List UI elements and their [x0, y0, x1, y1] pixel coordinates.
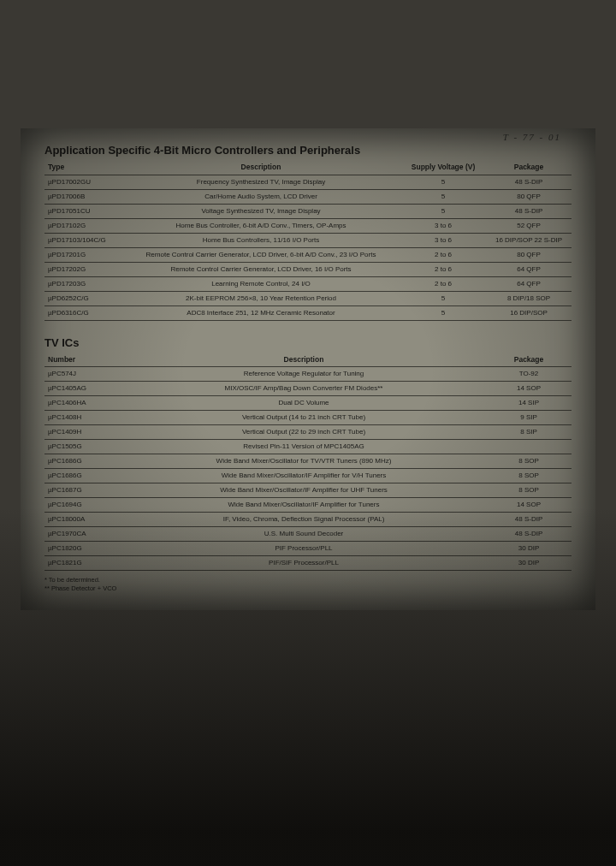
cell-pkg: 80 QFP	[486, 189, 572, 204]
cell-desc: Wide Band Mixer/Oscillator/IF Amplifier …	[121, 498, 486, 513]
table-row: µPC1820GPIF Processor/PLL30 DIP	[44, 542, 572, 556]
cell-pkg: 8 SOP	[486, 483, 572, 498]
col-volt: Supply Voltage (V)	[400, 160, 486, 175]
cell-number: µPC1970CA	[44, 527, 121, 542]
cell-number: µPC1686G	[44, 469, 121, 483]
table-row: µPD6316C/GADC8 Interface 251, 12 MHz Cer…	[44, 305, 572, 320]
col-type: Type	[44, 160, 121, 175]
cell-volt: 2 to 6	[400, 247, 486, 262]
cell-desc: Vertical Output (14 to 21 inch CRT Tube)	[121, 411, 486, 425]
cell-desc: Learning Remote Control, 24 I/O	[121, 276, 400, 291]
cell-pkg: 8 SIP	[486, 425, 572, 440]
cell-pkg: 48 S-DIP	[486, 527, 572, 542]
cell-desc: Wide Band Mixer/Oscillator/IF Amplifier …	[121, 469, 486, 483]
cell-desc: Frequency Synthesized TV, Image Display	[121, 175, 400, 189]
cell-type: µPD6252C/G	[44, 291, 121, 305]
cell-desc: PIF/SIF Processor/PLL	[121, 556, 486, 571]
table-row: µPD17203GLearning Remote Control, 24 I/O…	[44, 276, 572, 291]
cell-desc: Car/Home Audio System, LCD Driver	[121, 189, 400, 204]
table-row: µPC1686GWide Band Mixer/Oscillator/IF Am…	[44, 469, 572, 483]
table-header-row: Type Description Supply Voltage (V) Pack…	[44, 160, 572, 175]
table-row: µPD17201GRemote Control Carrier Generato…	[44, 247, 572, 262]
cell-pkg: 48 S-DIP	[486, 204, 572, 218]
cell-desc: Remote Control Carrier Generator, LCD Dr…	[121, 247, 400, 262]
cell-desc: Dual DC Volume	[121, 396, 486, 411]
table-row: µPC18000AIF, Video, Chroma, Deflection S…	[44, 513, 572, 527]
col-desc: Description	[121, 160, 400, 175]
cell-desc: MIX/OSC/IF Amp/Bag Down Converter FM Dio…	[121, 382, 486, 396]
cell-number: µPC1821G	[44, 556, 121, 571]
table-row: µPC1686GWide Band Mixer/Oscillator for T…	[44, 454, 572, 469]
cell-desc: Voltage Synthesized TV, Image Display	[121, 204, 400, 218]
cell-volt: 5	[400, 305, 486, 320]
cell-type: µPD17051CU	[44, 204, 121, 218]
cell-volt: 2 to 6	[400, 276, 486, 291]
cell-type: µPD17201G	[44, 247, 121, 262]
cell-desc: IF, Video, Chroma, Deflection Signal Pro…	[121, 513, 486, 527]
cell-pkg: 8 DIP/18 SOP	[486, 291, 572, 305]
cell-volt: 5	[400, 175, 486, 189]
cell-pkg	[486, 440, 572, 454]
table-row: µPC1505GRevised Pin-11 Version of MPC140…	[44, 440, 572, 454]
cell-pkg: 16 DIP/SOP 22 S-DIP	[486, 233, 572, 247]
cell-desc: Wide Band Mixer/Oscillator for TV/VTR Tu…	[121, 454, 486, 469]
cell-type: µPD17102G	[44, 218, 121, 233]
cell-desc: 2K-bit EEPROM 256×8, 10 Year Retention P…	[121, 291, 400, 305]
cell-pkg: 30 DIP	[486, 556, 572, 571]
table-row: µPD17051CUVoltage Synthesized TV, Image …	[44, 204, 572, 218]
cell-type: µPD17002GU	[44, 175, 121, 189]
cell-pkg: 48 S-DIP	[486, 513, 572, 527]
cell-volt: 5	[400, 204, 486, 218]
table-microcontrollers: Type Description Supply Voltage (V) Pack…	[44, 160, 572, 321]
cell-type: µPD17006B	[44, 189, 121, 204]
cell-pkg: 14 SIP	[486, 396, 572, 411]
table-row: µPC1406HADual DC Volume14 SIP	[44, 396, 572, 411]
footnotes: * To be determined. ** Phase Detector + …	[44, 576, 572, 593]
cell-number: µPC1405AG	[44, 382, 121, 396]
cell-desc: Wide Band Mixer/Oscillator/IF Amplifier …	[121, 483, 486, 498]
cell-volt: 3 to 6	[400, 233, 486, 247]
col-pkg: Package	[486, 160, 572, 175]
cell-pkg: 80 QFP	[486, 247, 572, 262]
footnote-b: ** Phase Detector + VCO	[44, 584, 572, 593]
cell-number: µPC1505G	[44, 440, 121, 454]
cell-number: µPC1409H	[44, 425, 121, 440]
cell-pkg: 14 SOP	[486, 498, 572, 513]
cell-pkg: 8 SOP	[486, 454, 572, 469]
table-row: µPC1687GWide Band Mixer/Oscillator/IF Am…	[44, 483, 572, 498]
cell-desc: Home Bus Controller, 6-bit A/D Conv., Ti…	[121, 218, 400, 233]
cell-pkg: 8 SOP	[486, 469, 572, 483]
cell-volt: 3 to 6	[400, 218, 486, 233]
cell-volt: 5	[400, 189, 486, 204]
table-row: µPC1405AGMIX/OSC/IF Amp/Bag Down Convert…	[44, 382, 572, 396]
footnote-a: * To be determined.	[44, 576, 572, 584]
table-header-row: Number Description Package	[44, 353, 572, 367]
cell-pkg: 64 QFP	[486, 262, 572, 276]
cell-desc: Reference Voltage Regulator for Tuning	[121, 367, 486, 382]
table-row: µPD17103/104C/GHome Bus Controllers, 11/…	[44, 233, 572, 247]
cell-number: µPC574J	[44, 367, 121, 382]
cell-desc: Vertical Output (22 to 29 inch CRT Tube)	[121, 425, 486, 440]
cell-pkg: 30 DIP	[486, 542, 572, 556]
cell-pkg: 52 QFP	[486, 218, 572, 233]
table-tvics: Number Description Package µPC574JRefere…	[44, 353, 572, 572]
table-row: µPD17102GHome Bus Controller, 6-bit A/D …	[44, 218, 572, 233]
cell-desc: Revised Pin-11 Version of MPC1405AG	[121, 440, 486, 454]
table-row: µPC1408HVertical Output (14 to 21 inch C…	[44, 411, 572, 425]
cell-number: µPC1408H	[44, 411, 121, 425]
table-row: µPC1409HVertical Output (22 to 29 inch C…	[44, 425, 572, 440]
col-desc: Description	[121, 353, 486, 367]
table-row: µPC574JReference Voltage Regulator for T…	[44, 367, 572, 382]
cell-pkg: 64 QFP	[486, 276, 572, 291]
cell-pkg: 16 DIP/SOP	[486, 305, 572, 320]
table-row: µPD6252C/G2K-bit EEPROM 256×8, 10 Year R…	[44, 291, 572, 305]
cell-desc: Home Bus Controllers, 11/16 I/O Ports	[121, 233, 400, 247]
cell-number: µPC18000A	[44, 513, 121, 527]
table-row: µPC1970CAU.S. Multi Sound Decoder48 S-DI…	[44, 527, 572, 542]
col-pkg: Package	[486, 353, 572, 367]
cell-pkg: 14 SOP	[486, 382, 572, 396]
table-row: µPD17006BCar/Home Audio System, LCD Driv…	[44, 189, 572, 204]
document-code: T - 77 - 01	[503, 132, 561, 142]
cell-pkg: 48 S-DIP	[486, 175, 572, 189]
cell-number: µPC1687G	[44, 483, 121, 498]
